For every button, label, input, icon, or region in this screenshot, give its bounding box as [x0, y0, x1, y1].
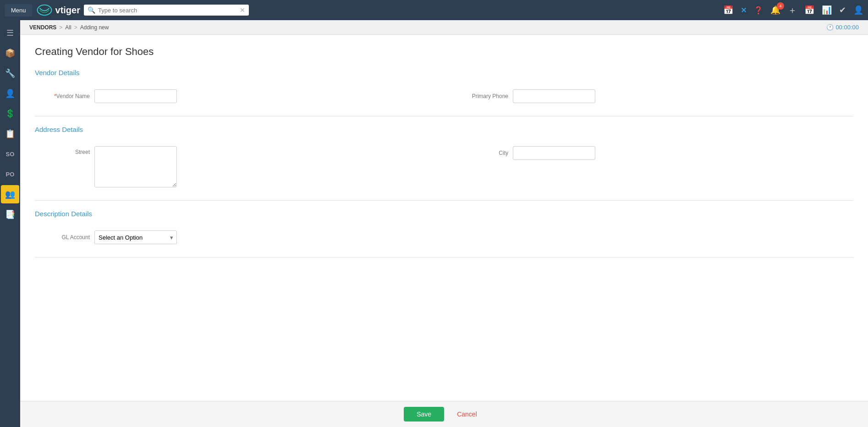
- topnav-icon-group: 📅 ✕ ❓ 🔔 4 ＋ 📅 📊 ✔ 👤: [723, 4, 863, 16]
- breadcrumb-current: Adding new: [80, 24, 109, 31]
- page-body: Creating Vendor for Shoes Vendor Details…: [20, 35, 868, 427]
- sidebar-item-tools[interactable]: 🔧: [1, 64, 19, 82]
- description-details-section: Description Details GL Account Select an…: [35, 210, 853, 257]
- search-bar[interactable]: 🔍 ✕: [84, 5, 249, 16]
- logo: vtiger: [36, 4, 80, 16]
- primary-phone-input[interactable]: [513, 89, 595, 103]
- breadcrumb-bar: VENDORS > All > Adding new 🕐 00:00:00: [20, 20, 868, 35]
- street-field: Street: [35, 146, 435, 187]
- vendor-name-input[interactable]: [94, 89, 177, 103]
- gl-account-field: GL Account Select an Option: [35, 230, 435, 244]
- primary-phone-label: Primary Phone: [453, 93, 508, 99]
- street-label: Street: [35, 149, 90, 155]
- gl-account-select[interactable]: Select an Option: [94, 230, 177, 244]
- add-icon[interactable]: ＋: [788, 4, 797, 16]
- timer: 🕐 00:00:00: [826, 24, 859, 31]
- sidebar-item-so[interactable]: SO: [1, 145, 19, 163]
- breadcrumb: VENDORS > All > Adding new: [29, 24, 109, 31]
- sidebar-item-po[interactable]: PO: [1, 165, 19, 183]
- breadcrumb-sep2: >: [74, 24, 77, 31]
- gl-account-label: GL Account: [35, 234, 90, 241]
- calendar2-icon[interactable]: 📅: [804, 5, 814, 15]
- gl-account-select-wrapper: Select an Option: [94, 230, 177, 244]
- sidebar-item-invoices[interactable]: 📋: [1, 125, 19, 143]
- breadcrumb-all[interactable]: All: [65, 24, 71, 31]
- main-layout: ☰ 📦 🔧 👤 💲 📋 SO PO 👥 📑 VENDORS > All > Ad…: [0, 20, 868, 427]
- cancel-button[interactable]: Cancel: [450, 407, 484, 422]
- street-input[interactable]: [94, 146, 177, 187]
- vendor-name-field: *Vendor Name: [35, 89, 435, 103]
- sidebar-item-vendors[interactable]: 👥: [1, 185, 19, 203]
- vendor-details-section: Vendor Details *Vendor Name Primary Phon…: [35, 69, 853, 116]
- x-icon[interactable]: ✕: [741, 6, 747, 15]
- address-details-title: Address Details: [35, 126, 853, 133]
- page-title: Creating Vendor for Shoes: [35, 46, 853, 58]
- timer-value: 00:00:00: [835, 24, 859, 31]
- sidebar-item-menu[interactable]: ☰: [1, 24, 19, 42]
- sidebar-item-billing[interactable]: 💲: [1, 104, 19, 123]
- city-field: City: [453, 146, 853, 160]
- chart-icon[interactable]: 📊: [822, 5, 832, 15]
- vendor-details-title: Vendor Details: [35, 69, 853, 77]
- page-footer: Save Cancel: [20, 401, 868, 427]
- clear-search-icon[interactable]: ✕: [240, 6, 245, 14]
- check-icon[interactable]: ✔: [839, 5, 846, 15]
- vendor-name-row: *Vendor Name Primary Phone: [35, 86, 853, 107]
- primary-phone-field: Primary Phone: [453, 89, 853, 103]
- sidebar-item-documents[interactable]: 📑: [1, 205, 19, 224]
- top-navigation: Menu vtiger 🔍 ✕ 📅 ✕ ❓ 🔔 4 ＋ 📅 📊 ✔ 👤: [0, 0, 868, 20]
- logo-text: vtiger: [55, 5, 80, 16]
- user-icon[interactable]: 👤: [853, 5, 863, 15]
- search-icon: 🔍: [88, 6, 95, 14]
- save-button[interactable]: Save: [404, 407, 444, 422]
- notifications-icon[interactable]: 🔔 4: [770, 5, 780, 15]
- notification-badge: 4: [777, 2, 784, 10]
- help-icon[interactable]: ❓: [754, 6, 763, 15]
- gl-account-row: GL Account Select an Option: [35, 227, 853, 248]
- calendar-icon[interactable]: 📅: [723, 5, 733, 15]
- logo-icon: [36, 4, 53, 16]
- clock-icon: 🕐: [826, 24, 834, 31]
- sidebar: ☰ 📦 🔧 👤 💲 📋 SO PO 👥 📑: [0, 20, 20, 427]
- sidebar-item-packages[interactable]: 📦: [1, 44, 19, 62]
- sidebar-item-contacts[interactable]: 👤: [1, 84, 19, 103]
- breadcrumb-vendors[interactable]: VENDORS: [29, 24, 56, 31]
- description-details-title: Description Details: [35, 210, 853, 218]
- svg-point-0: [37, 5, 51, 15]
- search-input[interactable]: [98, 7, 237, 14]
- breadcrumb-sep1: >: [59, 24, 62, 31]
- menu-button[interactable]: Menu: [5, 4, 33, 16]
- city-label: City: [453, 150, 508, 156]
- address-row: Street City: [35, 142, 853, 191]
- address-details-section: Address Details Street City: [35, 126, 853, 201]
- vendor-name-label: *Vendor Name: [35, 93, 90, 99]
- content-area: VENDORS > All > Adding new 🕐 00:00:00 Cr…: [20, 20, 868, 427]
- city-input[interactable]: [513, 146, 595, 160]
